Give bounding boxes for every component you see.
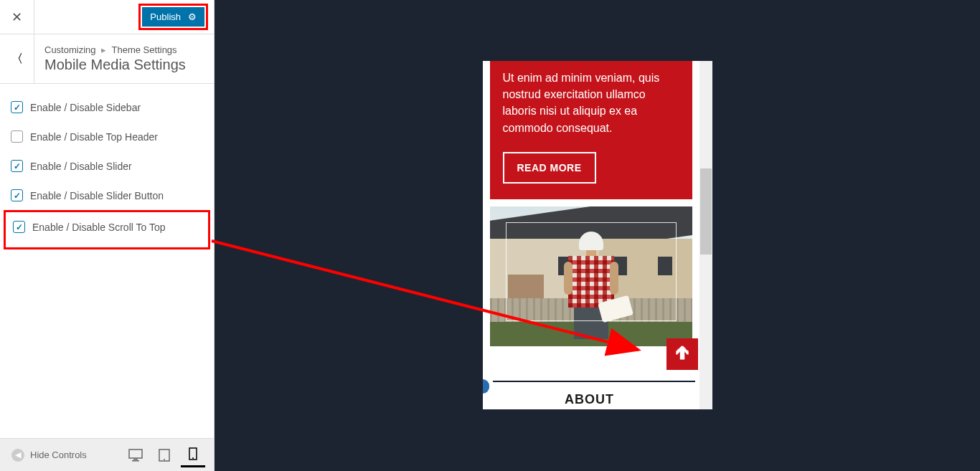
gear-icon: ⚙	[188, 11, 197, 22]
content-image	[490, 206, 692, 346]
svg-rect-2	[132, 460, 139, 462]
mobile-icon	[189, 447, 197, 460]
section-title-wrap: Customizing ▸ Theme Settings Mobile Medi…	[34, 34, 214, 83]
svg-rect-1	[133, 459, 138, 460]
section-header: 〈 Customizing ▸ Theme Settings Mobile Me…	[0, 34, 214, 84]
control-label: Enable / Disable Sidebar	[30, 102, 141, 113]
card-text: Ut enim ad minim veniam, quis nostrud ex…	[503, 70, 679, 136]
arrow-up-icon: 🡱	[674, 345, 690, 363]
scroll-to-top-highlight-annotation: ✓ Enable / Disable Scroll To Top	[4, 210, 210, 249]
control-enable-scroll-to-top[interactable]: ✓ Enable / Disable Scroll To Top	[6, 215, 208, 239]
desktop-icon	[128, 449, 143, 462]
svg-rect-0	[129, 449, 142, 458]
publish-label: Publish	[150, 11, 181, 22]
control-label: Enable / Disable Slider Button	[30, 190, 164, 201]
customizer-sidebar: ✕ Publish ⚙ 〈 Customizing ▸ Theme Settin…	[0, 0, 215, 471]
read-more-label: READ MORE	[517, 162, 582, 173]
mobile-preview-frame: Ut enim ad minim veniam, quis nostrud ex…	[483, 61, 712, 409]
device-preview-toggle	[123, 443, 205, 467]
divider	[493, 381, 695, 382]
breadcrumb-separator-icon: ▸	[101, 44, 106, 55]
sidebar-footer: ◀ Hide Controls	[0, 438, 214, 471]
close-customizer-button[interactable]: ✕	[0, 0, 34, 34]
hide-controls-button[interactable]: ◀ Hide Controls	[11, 449, 87, 462]
control-enable-slider[interactable]: ✓ Enable / Disable Slider	[0, 151, 214, 181]
desktop-preview-button[interactable]	[123, 443, 148, 467]
close-icon: ✕	[11, 9, 22, 25]
control-enable-sidebar[interactable]: ✓ Enable / Disable Sidebar	[0, 92, 214, 122]
scrollbar-thumb[interactable]	[700, 168, 712, 254]
preview-area: Ut enim ad minim veniam, quis nostrud ex…	[215, 0, 980, 471]
scroll-to-top-button[interactable]: 🡱	[666, 338, 698, 370]
control-enable-top-header[interactable]: Enable / Disable Top Header	[0, 122, 214, 151]
preview-scrollbar[interactable]	[699, 61, 712, 409]
checkbox-icon[interactable]: ✓	[11, 101, 23, 113]
about-heading: ABOUT	[483, 392, 697, 407]
control-enable-slider-button[interactable]: ✓ Enable / Disable Slider Button	[0, 181, 214, 210]
checkbox-icon[interactable]: ✓	[11, 189, 23, 201]
controls-list: ✓ Enable / Disable Sidebar Enable / Disa…	[0, 84, 214, 258]
section-title: Mobile Media Settings	[44, 57, 204, 73]
read-more-button[interactable]: READ MORE	[503, 152, 596, 184]
hide-controls-label: Hide Controls	[30, 449, 87, 460]
content-card: Ut enim ad minim veniam, quis nostrud ex…	[490, 61, 692, 199]
checkbox-icon[interactable]: ✓	[11, 160, 23, 172]
mobile-preview-button[interactable]	[181, 443, 205, 467]
collapse-icon: ◀	[11, 449, 24, 462]
chevron-left-icon: 〈	[11, 52, 23, 67]
svg-point-6	[192, 457, 194, 459]
breadcrumb-leaf: Theme Settings	[112, 44, 177, 55]
control-label: Enable / Disable Slider	[30, 161, 132, 172]
back-button[interactable]: 〈	[0, 34, 34, 83]
tablet-icon	[159, 449, 170, 462]
breadcrumb: Customizing ▸ Theme Settings	[44, 44, 204, 55]
checkbox-icon[interactable]: ✓	[13, 221, 25, 233]
tablet-preview-button[interactable]	[152, 443, 176, 467]
control-label: Enable / Disable Scroll To Top	[32, 222, 165, 233]
breadcrumb-root: Customizing	[44, 44, 96, 55]
sidebar-header: ✕ Publish ⚙	[0, 0, 214, 34]
svg-point-4	[164, 459, 165, 460]
checkbox-icon[interactable]	[11, 130, 23, 143]
publish-button[interactable]: Publish ⚙	[142, 7, 204, 27]
publish-highlight-annotation: Publish ⚙	[138, 4, 208, 30]
control-label: Enable / Disable Top Header	[30, 131, 158, 143]
